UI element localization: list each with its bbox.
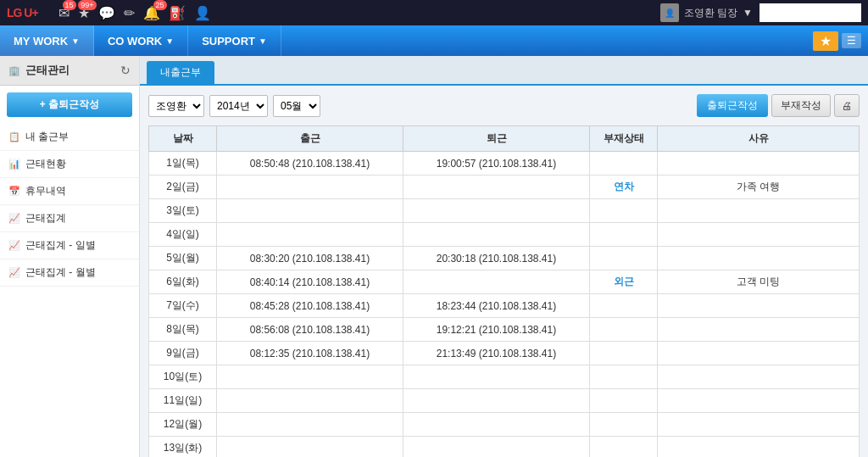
sidebar-item-leave[interactable]: 📅 휴무내역 [0,178,139,205]
cell-date: 6일(화) [149,270,217,294]
cell-checkin [217,413,403,437]
table-row[interactable]: 1일(목)08:50:48 (210.108.138.41)19:00:57 (… [149,152,860,176]
cell-status [590,152,658,176]
cell-checkin: 08:12:35 (210.108.138.41) [217,342,403,365]
table-row[interactable]: 10일(토) [149,365,860,389]
sidebar-item-summary[interactable]: 📈 근태집계 [0,205,139,232]
nav-right: ★ ☰ [806,25,868,56]
chat-icon[interactable]: 💬 [98,5,115,21]
tab-attendance[interactable]: 내출근부 [147,61,214,84]
content-area: 내출근부 조영환 2014년 05월 출퇴근작성 부재작성 🖨 [140,56,868,457]
cell-date: 5일(월) [149,247,217,270]
year-select[interactable]: 2014년 [209,95,268,117]
table-row[interactable]: 8일(목)08:56:08 (210.108.138.41)19:12:21 (… [149,318,860,342]
cell-reason [658,365,860,389]
gas-icon[interactable]: ⛽ [169,5,186,21]
nav-bar: MY WORK ▼ CO WORK ▼ SUPPORT ▼ ★ ☰ [0,25,868,56]
cell-checkin: 08:40:14 (210.108.138.41) [217,270,403,294]
nav-co-work-label: CO WORK [108,35,162,47]
mail-badge: 15 [63,0,76,10]
cell-checkin [217,389,403,413]
print-button[interactable]: 🖨 [834,94,860,117]
search-input[interactable] [760,3,861,22]
cell-checkin [217,199,403,223]
cell-checkout [403,270,590,294]
sidebar-item-monthly[interactable]: 📈 근태집계 - 월별 [0,259,139,287]
daily-icon: 📈 [8,240,20,251]
favorites-button[interactable]: ★ [813,31,838,51]
nav-co-work-arrow: ▼ [165,36,174,46]
cell-reason [658,152,860,176]
cell-checkout [403,199,590,223]
user-add-icon[interactable]: 👤 [194,5,211,21]
cell-status [590,389,658,413]
edit-icon[interactable]: ✏ [124,5,135,21]
absence-write-btn[interactable]: 부재작성 [771,94,831,117]
table-row[interactable]: 9일(금)08:12:35 (210.108.138.41)21:13:49 (… [149,342,860,365]
leave-icon: 📅 [8,186,20,197]
alert-badge: 25 [153,0,167,10]
table-row[interactable]: 3일(토) [149,199,860,223]
monthly-icon: 📈 [8,267,20,278]
sidebar-item-status[interactable]: 📊 근태현황 [0,151,139,178]
attendance-table: 날짜 출근 퇴근 부재상태 사유 1일(목)08:50:48 (210.108.… [148,125,860,457]
table-row[interactable]: 11일(일) [149,389,860,413]
table-row[interactable]: 6일(화)08:40:14 (210.108.138.41)외근고객 미팅 [149,270,860,294]
month-select[interactable]: 05월 [273,95,320,117]
nav-co-work[interactable]: CO WORK ▼ [94,25,188,56]
table-row[interactable]: 4일(일) [149,223,860,247]
cell-reason: 고객 미팅 [658,270,860,294]
content-inner: 조영환 2014년 05월 출퇴근작성 부재작성 🖨 날짜 [140,86,868,457]
cell-reason [658,318,860,342]
sidebar-item-daily[interactable]: 📈 근태집계 - 일별 [0,232,139,259]
table-row[interactable]: 7일(수)08:45:28 (210.108.138.41)18:23:44 (… [149,294,860,318]
table-row[interactable]: 12일(월) [149,413,860,437]
sidebar-item-attendance[interactable]: 📋 내 출근부 [0,124,139,151]
sidebar-title-icon: 🏢 [8,65,20,76]
user-name: 조영환 팀장 [684,6,737,20]
nav-my-work[interactable]: MY WORK ▼ [0,25,94,56]
cell-date: 7일(수) [149,294,217,318]
sidebar-menu: 📋 내 출근부 📊 근태현황 📅 휴무내역 📈 근태집계 📈 근태집계 - 일별… [0,124,139,287]
cell-status [590,223,658,247]
main-layout: 🏢 근태관리 ↻ + 출퇴근작성 📋 내 출근부 📊 근태현황 📅 휴무내역 📈… [0,56,868,457]
table-row[interactable]: 5일(월)08:30:20 (210.108.138.41)20:30:18 (… [149,247,860,270]
top-bar-icons: ✉15 ★99+ 💬 ✏ 🔔25 ⛽ 👤 [58,5,211,21]
cell-reason [658,342,860,365]
cell-status [590,437,658,458]
cell-checkin: 08:56:08 (210.108.138.41) [217,318,403,342]
sidebar-item-status-label: 근태현황 [25,157,66,171]
nav-my-work-label: MY WORK [14,35,68,47]
sidebar-item-leave-label: 휴무내역 [25,184,66,198]
cell-reason [658,437,860,458]
bookmark-icon[interactable]: ★99+ [78,5,90,21]
employee-select[interactable]: 조영환 [148,95,204,117]
nav-support[interactable]: SUPPORT ▼ [188,25,281,56]
sidebar-title: 🏢 근태관리 [8,63,70,78]
toolbar-right: 출퇴근작성 부재작성 🖨 [697,94,860,117]
cell-checkin [217,365,403,389]
tab-bar: 내출근부 [140,56,868,86]
cell-reason [658,223,860,247]
cell-reason [658,247,860,270]
cell-checkin [217,437,403,458]
checkin-write-button[interactable]: + 출퇴근작성 [7,92,132,117]
sidebar-item-attendance-label: 내 출근부 [25,130,69,144]
table-row[interactable]: 13일(화) [149,437,860,458]
summary-icon: 📈 [8,213,20,224]
sidebar-refresh-icon[interactable]: ↻ [120,64,131,77]
cell-checkout [403,365,590,389]
mail-icon[interactable]: ✉15 [58,5,70,21]
avatar: 👤 [660,3,679,22]
cell-date: 2일(금) [149,176,217,199]
checkin-write-btn[interactable]: 출퇴근작성 [697,94,768,117]
table-row[interactable]: 2일(금)연차가족 여행 [149,176,860,199]
cell-checkin: 08:45:28 (210.108.138.41) [217,294,403,318]
menu-button[interactable]: ☰ [842,33,861,48]
cell-date: 3일(토) [149,199,217,223]
cell-reason [658,413,860,437]
cell-status: 외근 [590,270,658,294]
sidebar-item-summary-label: 근태집계 [25,211,66,226]
alert-icon[interactable]: 🔔25 [143,5,160,21]
cell-status [590,199,658,223]
